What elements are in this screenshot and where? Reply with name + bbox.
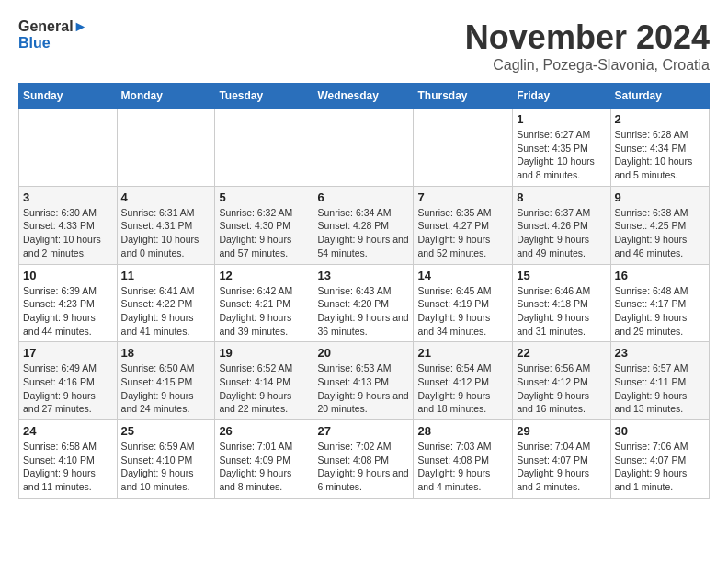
- calendar-cell: 6Sunrise: 6:34 AMSunset: 4:28 PMDaylight…: [313, 186, 414, 264]
- day-number: 16: [615, 269, 705, 282]
- calendar-cell: 9Sunrise: 6:38 AMSunset: 4:25 PMDaylight…: [610, 186, 709, 264]
- calendar-cell: 2Sunrise: 6:28 AMSunset: 4:34 PMDaylight…: [610, 109, 709, 187]
- calendar-cell: 29Sunrise: 7:04 AMSunset: 4:07 PMDayligh…: [513, 420, 610, 499]
- calendar-cell: 23Sunrise: 6:57 AMSunset: 4:11 PMDayligh…: [610, 342, 709, 420]
- day-number: 26: [219, 424, 309, 438]
- calendar-cell: 27Sunrise: 7:02 AMSunset: 4:08 PMDayligh…: [313, 420, 414, 499]
- day-detail: Sunrise: 6:48 AMSunset: 4:17 PMDaylight:…: [615, 284, 705, 339]
- day-detail: Sunrise: 7:03 AMSunset: 4:08 PMDaylight:…: [417, 440, 508, 494]
- day-detail: Sunrise: 6:50 AMSunset: 4:15 PMDaylight:…: [121, 362, 211, 416]
- month-title: November 2024: [465, 18, 710, 57]
- day-detail: Sunrise: 6:28 AMSunset: 4:34 PMDaylight:…: [615, 128, 705, 182]
- day-detail: Sunrise: 6:46 AMSunset: 4:18 PMDaylight:…: [517, 284, 606, 339]
- day-number: 28: [417, 424, 508, 438]
- day-number: 14: [417, 269, 508, 282]
- day-detail: Sunrise: 7:01 AMSunset: 4:09 PMDaylight:…: [219, 440, 309, 494]
- day-detail: Sunrise: 6:45 AMSunset: 4:19 PMDaylight:…: [417, 284, 508, 339]
- day-number: 13: [317, 269, 409, 282]
- calendar-cell: 20Sunrise: 6:53 AMSunset: 4:13 PMDayligh…: [313, 342, 414, 420]
- calendar-cell: 22Sunrise: 6:56 AMSunset: 4:12 PMDayligh…: [513, 342, 610, 420]
- calendar-cell: [313, 109, 414, 187]
- day-detail: Sunrise: 6:39 AMSunset: 4:23 PMDaylight:…: [23, 284, 113, 339]
- day-detail: Sunrise: 7:04 AMSunset: 4:07 PMDaylight:…: [517, 440, 606, 494]
- calendar-cell: [19, 109, 118, 187]
- calendar-cell: 4Sunrise: 6:31 AMSunset: 4:31 PMDaylight…: [117, 186, 215, 264]
- calendar-cell: 16Sunrise: 6:48 AMSunset: 4:17 PMDayligh…: [610, 264, 709, 342]
- weekday-header-wednesday: Wednesday: [313, 84, 414, 109]
- day-number: 1: [517, 112, 606, 126]
- day-detail: Sunrise: 6:30 AMSunset: 4:33 PMDaylight:…: [23, 206, 113, 260]
- day-detail: Sunrise: 6:59 AMSunset: 4:10 PMDaylight:…: [121, 440, 211, 494]
- day-detail: Sunrise: 6:58 AMSunset: 4:10 PMDaylight:…: [23, 440, 113, 494]
- week-row-3: 10Sunrise: 6:39 AMSunset: 4:23 PMDayligh…: [19, 264, 710, 342]
- day-number: 18: [121, 346, 211, 360]
- calendar-cell: 18Sunrise: 6:50 AMSunset: 4:15 PMDayligh…: [117, 342, 215, 420]
- day-number: 20: [317, 346, 409, 360]
- calendar-cell: 7Sunrise: 6:35 AMSunset: 4:27 PMDaylight…: [414, 186, 513, 264]
- calendar-cell: 28Sunrise: 7:03 AMSunset: 4:08 PMDayligh…: [414, 420, 513, 499]
- weekday-header-row: SundayMondayTuesdayWednesdayThursdayFrid…: [19, 84, 710, 109]
- day-detail: Sunrise: 6:57 AMSunset: 4:11 PMDaylight:…: [615, 362, 705, 416]
- day-detail: Sunrise: 6:38 AMSunset: 4:25 PMDaylight:…: [615, 206, 705, 260]
- day-number: 10: [23, 269, 113, 282]
- day-number: 6: [317, 190, 409, 204]
- calendar-cell: 14Sunrise: 6:45 AMSunset: 4:19 PMDayligh…: [414, 264, 513, 342]
- day-detail: Sunrise: 6:34 AMSunset: 4:28 PMDaylight:…: [317, 206, 409, 260]
- calendar-cell: 26Sunrise: 7:01 AMSunset: 4:09 PMDayligh…: [215, 420, 313, 499]
- weekday-header-thursday: Thursday: [414, 84, 513, 109]
- calendar-table: SundayMondayTuesdayWednesdayThursdayFrid…: [18, 83, 710, 499]
- day-detail: Sunrise: 7:06 AMSunset: 4:07 PMDaylight:…: [615, 440, 705, 494]
- day-number: 5: [219, 190, 309, 204]
- calendar-cell: 11Sunrise: 6:41 AMSunset: 4:22 PMDayligh…: [117, 264, 215, 342]
- header: General► Blue November 2024 Caglin, Poze…: [18, 18, 710, 74]
- calendar-cell: 1Sunrise: 6:27 AMSunset: 4:35 PMDaylight…: [513, 109, 610, 187]
- week-row-5: 24Sunrise: 6:58 AMSunset: 4:10 PMDayligh…: [19, 420, 710, 499]
- day-number: 12: [219, 269, 309, 282]
- calendar-cell: 8Sunrise: 6:37 AMSunset: 4:26 PMDaylight…: [513, 186, 610, 264]
- week-row-4: 17Sunrise: 6:49 AMSunset: 4:16 PMDayligh…: [19, 342, 710, 420]
- day-detail: Sunrise: 6:52 AMSunset: 4:14 PMDaylight:…: [219, 362, 309, 416]
- day-detail: Sunrise: 6:42 AMSunset: 4:21 PMDaylight:…: [219, 284, 309, 339]
- week-row-2: 3Sunrise: 6:30 AMSunset: 4:33 PMDaylight…: [19, 186, 710, 264]
- day-number: 3: [23, 190, 113, 204]
- weekday-header-saturday: Saturday: [610, 84, 709, 109]
- day-number: 15: [517, 269, 606, 282]
- calendar-header: SundayMondayTuesdayWednesdayThursdayFrid…: [19, 84, 710, 109]
- day-detail: Sunrise: 6:49 AMSunset: 4:16 PMDaylight:…: [23, 362, 113, 416]
- day-number: 2: [615, 112, 705, 126]
- day-detail: Sunrise: 6:27 AMSunset: 4:35 PMDaylight:…: [517, 128, 606, 182]
- calendar-cell: 30Sunrise: 7:06 AMSunset: 4:07 PMDayligh…: [610, 420, 709, 499]
- weekday-header-tuesday: Tuesday: [215, 84, 313, 109]
- calendar-cell: 5Sunrise: 6:32 AMSunset: 4:30 PMDaylight…: [215, 186, 313, 264]
- weekday-header-friday: Friday: [513, 84, 610, 109]
- calendar-cell: 19Sunrise: 6:52 AMSunset: 4:14 PMDayligh…: [215, 342, 313, 420]
- calendar-cell: 15Sunrise: 6:46 AMSunset: 4:18 PMDayligh…: [513, 264, 610, 342]
- day-detail: Sunrise: 6:35 AMSunset: 4:27 PMDaylight:…: [417, 206, 508, 260]
- day-number: 29: [517, 424, 606, 438]
- day-number: 21: [417, 346, 508, 360]
- location-title: Caglin, Pozega-Slavonia, Croatia: [465, 57, 710, 74]
- day-detail: Sunrise: 6:53 AMSunset: 4:13 PMDaylight:…: [317, 362, 409, 416]
- day-detail: Sunrise: 6:41 AMSunset: 4:22 PMDaylight:…: [121, 284, 211, 339]
- weekday-header-sunday: Sunday: [19, 84, 118, 109]
- day-number: 8: [517, 190, 606, 204]
- calendar-cell: [215, 109, 313, 187]
- calendar-body: 1Sunrise: 6:27 AMSunset: 4:35 PMDaylight…: [19, 109, 710, 499]
- day-number: 17: [23, 346, 113, 360]
- logo: General► Blue: [18, 18, 87, 51]
- day-number: 25: [121, 424, 211, 438]
- day-detail: Sunrise: 6:31 AMSunset: 4:31 PMDaylight:…: [121, 206, 211, 260]
- calendar-cell: 24Sunrise: 6:58 AMSunset: 4:10 PMDayligh…: [19, 420, 118, 499]
- week-row-1: 1Sunrise: 6:27 AMSunset: 4:35 PMDaylight…: [19, 109, 710, 187]
- calendar-cell: 25Sunrise: 6:59 AMSunset: 4:10 PMDayligh…: [117, 420, 215, 499]
- day-number: 4: [121, 190, 211, 204]
- title-section: November 2024 Caglin, Pozega-Slavonia, C…: [465, 18, 710, 74]
- day-number: 7: [417, 190, 508, 204]
- calendar-cell: 13Sunrise: 6:43 AMSunset: 4:20 PMDayligh…: [313, 264, 414, 342]
- day-detail: Sunrise: 6:54 AMSunset: 4:12 PMDaylight:…: [417, 362, 508, 416]
- day-number: 11: [121, 269, 211, 282]
- day-number: 19: [219, 346, 309, 360]
- calendar-cell: [414, 109, 513, 187]
- day-detail: Sunrise: 6:37 AMSunset: 4:26 PMDaylight:…: [517, 206, 606, 260]
- day-number: 9: [615, 190, 705, 204]
